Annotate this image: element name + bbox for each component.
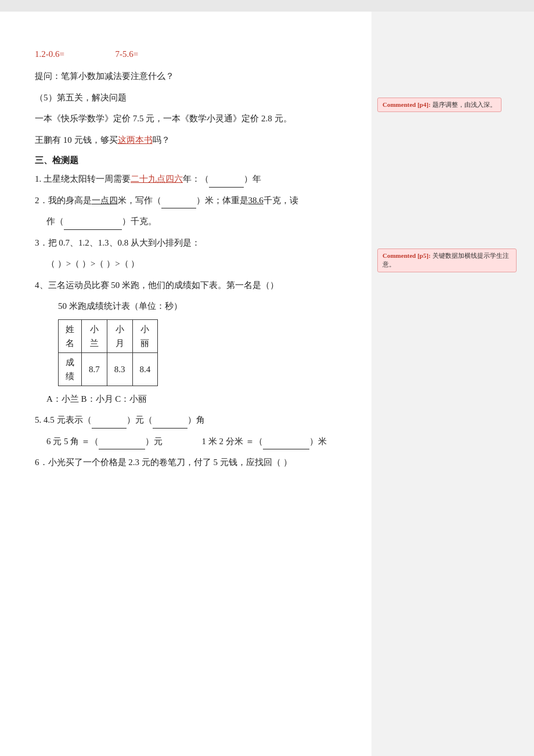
section5-text2: 王鹏有 10 元钱，够买这两本书吗？ (35, 132, 348, 149)
q2-blank1 (161, 208, 196, 208)
table-cell-data-2: 8.3 (107, 352, 132, 386)
q5-line2: 6 元 5 角 ＝（）元 1 米 2 分米 ＝（）米 (35, 433, 348, 450)
q6: 6．小光买了一个价格是 2.3 元的卷笔刀，付了 5 元钱，应找回（ ） (35, 454, 348, 471)
calc-line: 1.2-0.6= 7-5.6= (35, 46, 348, 62)
underline-books: 这两本书 (118, 135, 153, 145)
expr2: 7-5.6= (115, 49, 138, 59)
q4-options: A：小兰 B：小月 C：小丽 (35, 391, 348, 408)
q1: 1. 土星绕太阳转一周需要二十九点四六年：（）年 (35, 171, 348, 188)
table-cell-header-2: 小月 (107, 319, 132, 352)
q2-line2: 作（）千克。 (35, 213, 348, 230)
q1-underline: 二十九点四六 (131, 174, 183, 183)
q2: 2．我的身高是一点四米，写作（）米；体重是38.6千克，读 (35, 192, 348, 209)
q3-blanks: （ ）>（ ）>（ ）>（ ） (35, 255, 348, 272)
stats-table: 姓名 小兰 小月 小丽 成绩 8.7 8.3 8.4 (58, 319, 158, 386)
comment-p4: Commented [p4]: 题序调整，由浅入深。 (377, 98, 501, 112)
section5-title: （5）第五关，解决问题 (35, 89, 348, 106)
q5-blank1 (92, 428, 127, 429)
table-title: 50 米跑成绩统计表（单位：秒） (35, 298, 348, 315)
expr1: 1.2-0.6= (35, 49, 64, 59)
q2-blank2 (64, 229, 122, 230)
q2-underline1: 一点四 (92, 196, 118, 205)
section3-title: 三、检测题 (35, 155, 348, 166)
table-header-row: 姓名 小兰 小月 小丽 (59, 319, 158, 352)
table-cell-header-1: 小兰 (82, 319, 107, 352)
main-content: 1.2-0.6= 7-5.6= 提问：笔算小数加减法要注意什么？ （5）第五关，… (0, 12, 371, 756)
table-cell-data-1: 8.7 (82, 352, 107, 386)
table-data-row: 成绩 8.7 8.3 8.4 (59, 352, 158, 386)
table-cell-header-0: 姓名 (59, 319, 82, 352)
q1-blank (209, 187, 244, 188)
q3: 3．把 0.7、1.2、1.3、0.8 从大到小排列是： (35, 235, 348, 251)
q2-underline2: 38.6 (248, 196, 264, 205)
q5: 5. 4.5 元表示（）元（）角 (35, 412, 348, 429)
section5-text1: 一本《快乐学数学》定价 7.5 元，一本《数学小灵通》定价 2.8 元。 (35, 110, 348, 127)
comment-p5: Commented [p5]: 关键数据加横线提示学生注意。 (377, 249, 517, 272)
table-cell-data-0: 成绩 (59, 352, 82, 386)
prompt-text: 提问：笔算小数加减法要注意什么？ (35, 68, 348, 85)
table-cell-header-3: 小丽 (132, 319, 158, 352)
table-cell-data-3: 8.4 (132, 352, 158, 386)
comment-p4-label: Commented [p4]: (383, 101, 431, 108)
q5-blank3 (99, 449, 145, 449)
comment-p4-text: 题序调整，由浅入深。 (432, 101, 496, 108)
q4: 4、三名运动员比赛 50 米跑，他们的成绩如下表。第一名是（） (35, 277, 348, 294)
sidebar-comments: Commented [p4]: 题序调整，由浅入深。 Commented [p5… (371, 12, 534, 756)
q5-blank2 (153, 428, 187, 429)
q5-blank4 (263, 449, 309, 449)
comment-p5-label: Commented [p5]: (383, 252, 431, 259)
